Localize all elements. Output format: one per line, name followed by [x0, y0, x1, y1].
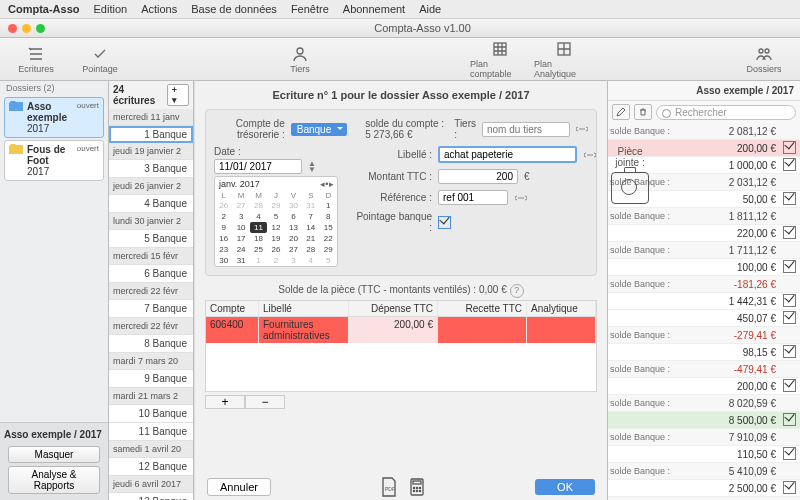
- col-recette[interactable]: Recette TTC: [438, 301, 527, 316]
- check-icon[interactable]: [783, 345, 796, 358]
- ecriture-item[interactable]: 11 Banque: [109, 423, 193, 441]
- add-ecriture-button[interactable]: + ▾: [167, 84, 189, 106]
- amount-row[interactable]: 8 500,00 €: [608, 412, 800, 429]
- toolbar-dossiers[interactable]: Dossiers: [734, 45, 794, 74]
- toolbar-plan-analytique[interactable]: Plan Analytique: [534, 40, 594, 79]
- pdf-icon[interactable]: PDF: [380, 477, 398, 497]
- toolbar-tiers[interactable]: Tiers: [270, 45, 330, 74]
- camera-icon[interactable]: [611, 172, 649, 204]
- tiers-link-icon[interactable]: [576, 124, 588, 134]
- reference-link-icon[interactable]: [514, 193, 528, 203]
- ecriture-item[interactable]: 8 Banque: [109, 335, 193, 353]
- current-dossier-label: Asso exemple / 2017: [4, 429, 104, 440]
- check-icon[interactable]: [783, 379, 796, 392]
- date-stepper-icon[interactable]: ▲▼: [308, 161, 316, 173]
- montant-input[interactable]: [438, 169, 518, 184]
- tresorerie-select[interactable]: Banque: [291, 123, 347, 136]
- dossier-item[interactable]: Asso exemple2017ouvert: [4, 97, 104, 138]
- toolbar-ecritures[interactable]: Ecritures: [6, 45, 66, 74]
- libelle-link-icon[interactable]: [583, 150, 597, 160]
- check-icon[interactable]: [783, 447, 796, 460]
- check-icon[interactable]: [783, 294, 796, 307]
- ecriture-item[interactable]: 5 Banque: [109, 230, 193, 248]
- libelle-input[interactable]: [438, 146, 577, 163]
- reference-input[interactable]: [438, 190, 508, 205]
- menu-item[interactable]: Compta-Asso: [8, 3, 80, 15]
- pointage-checkbox[interactable]: [438, 216, 451, 229]
- table-row[interactable]: 606400 Fournitures administratives 200,0…: [206, 317, 596, 343]
- ok-button[interactable]: OK: [535, 479, 595, 495]
- date-header: mardi 7 mars 20: [109, 353, 193, 370]
- amount-row[interactable]: 98,15 €: [608, 344, 800, 361]
- menu-item[interactable]: Base de données: [191, 3, 277, 15]
- search-input[interactable]: Rechercher: [656, 105, 796, 120]
- amount-row[interactable]: 1 442,31 €: [608, 293, 800, 310]
- check-icon[interactable]: [783, 158, 796, 171]
- add-line-button[interactable]: +: [205, 395, 245, 409]
- ventilation-table: Compte Libellé Dépense TTC Recette TTC A…: [205, 300, 597, 392]
- menu-item[interactable]: Aide: [419, 3, 441, 15]
- zoom-window-icon[interactable]: [36, 24, 45, 33]
- menu-item[interactable]: Fenêtre: [291, 3, 329, 15]
- ecriture-item[interactable]: 4 Banque: [109, 195, 193, 213]
- ecriture-item[interactable]: 1 Banque: [109, 126, 193, 143]
- ecriture-item[interactable]: 6 Banque: [109, 265, 193, 283]
- check-icon[interactable]: [783, 413, 796, 426]
- solde-piece-label: Solde de la pièce (TTC - montants ventil…: [278, 284, 506, 295]
- toolbar-plan-comptable[interactable]: Plan comptable: [470, 40, 530, 79]
- reference-label: Référence :: [352, 192, 432, 203]
- calendar-month: janv. 2017: [219, 179, 260, 189]
- ecriture-item[interactable]: 9 Banque: [109, 370, 193, 388]
- help-icon[interactable]: ?: [510, 284, 524, 298]
- menubar[interactable]: Compta-AssoEditionActionsBase de données…: [0, 0, 800, 19]
- col-analytique[interactable]: Analytique: [527, 301, 596, 316]
- col-compte[interactable]: Compte: [206, 301, 259, 316]
- calendar[interactable]: janv. 2017◂ • ▸ LMMJVSD 2627282930311 23…: [214, 176, 338, 267]
- tiers-label: Tiers :: [454, 118, 476, 140]
- svg-point-12: [416, 490, 417, 491]
- ecriture-item[interactable]: 13 Banque: [109, 493, 193, 500]
- check-icon[interactable]: [783, 481, 796, 494]
- check-icon[interactable]: [783, 192, 796, 205]
- menu-item[interactable]: Abonnement: [343, 3, 405, 15]
- amount-row[interactable]: 450,07 €: [608, 310, 800, 327]
- dossier-item[interactable]: Fous de Foot2017ouvert: [4, 140, 104, 181]
- amount-row[interactable]: 110,50 €: [608, 446, 800, 463]
- masquer-button[interactable]: Masquer: [8, 446, 100, 463]
- balance-title: Asso exemple / 2017: [608, 81, 800, 101]
- check-icon[interactable]: [783, 311, 796, 324]
- menu-item[interactable]: Actions: [141, 3, 177, 15]
- pointage-label: Pointage banque :: [352, 211, 432, 233]
- check-icon[interactable]: [783, 226, 796, 239]
- check-icon[interactable]: [783, 260, 796, 273]
- analyse-rapports-button[interactable]: Analyse & Rapports: [8, 466, 100, 494]
- tiers-input[interactable]: [482, 122, 570, 137]
- balance-row: solde Banque :8 020,59 €: [608, 395, 800, 412]
- piece-jointe-label: Pièce jointe :: [611, 146, 649, 168]
- close-window-icon[interactable]: [8, 24, 17, 33]
- window-title: Compta-Asso v1.00: [45, 22, 800, 34]
- amount-row[interactable]: 200,00 €: [608, 378, 800, 395]
- remove-line-button[interactable]: −: [245, 395, 285, 409]
- minimize-window-icon[interactable]: [22, 24, 31, 33]
- ecriture-item[interactable]: 3 Banque: [109, 160, 193, 178]
- col-libelle[interactable]: Libellé: [259, 301, 349, 316]
- edit-icon[interactable]: [612, 104, 630, 120]
- date-header: lundi 30 janvier 2: [109, 213, 193, 230]
- ecriture-item[interactable]: 7 Banque: [109, 300, 193, 318]
- cancel-button[interactable]: Annuler: [207, 478, 271, 496]
- date-input[interactable]: [214, 159, 302, 174]
- calculator-icon[interactable]: [408, 477, 426, 497]
- date-header: mercredi 15 févr: [109, 248, 193, 265]
- col-depense[interactable]: Dépense TTC: [349, 301, 438, 316]
- ecriture-item[interactable]: 12 Banque: [109, 458, 193, 476]
- delete-icon[interactable]: [634, 104, 652, 120]
- ecriture-item[interactable]: 10 Banque: [109, 405, 193, 423]
- date-header: mercredi 11 janv: [109, 109, 193, 126]
- date-header: mardi 21 mars 2: [109, 388, 193, 405]
- toolbar-pointage[interactable]: Pointage: [70, 45, 130, 74]
- calendar-nav-icon[interactable]: ◂ • ▸: [320, 179, 333, 189]
- check-icon[interactable]: [783, 141, 796, 154]
- amount-row[interactable]: 2 500,00 €: [608, 480, 800, 497]
- menu-item[interactable]: Edition: [94, 3, 128, 15]
